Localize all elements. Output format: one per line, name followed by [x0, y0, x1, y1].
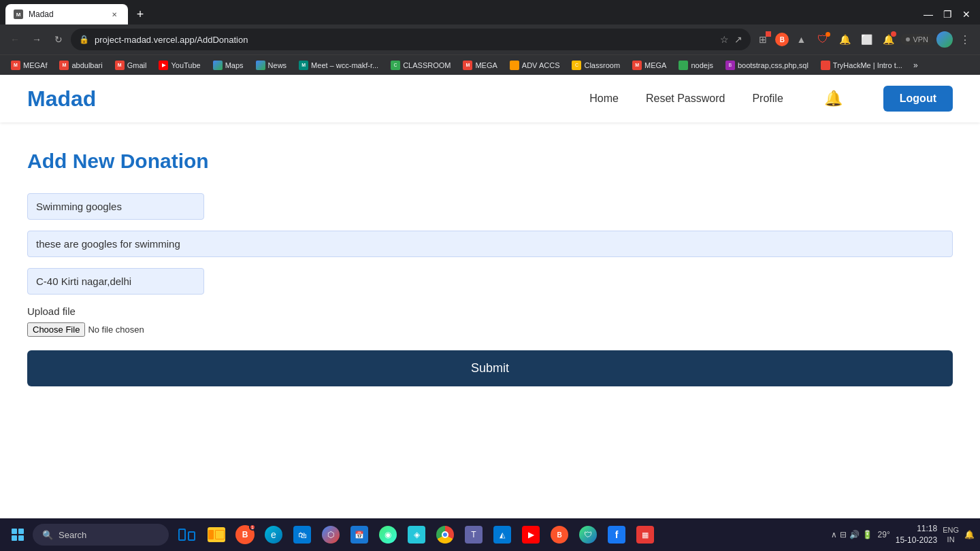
adv-favicon [510, 61, 519, 70]
profile-avatar[interactable] [936, 31, 953, 48]
minimize-button[interactable]: — [920, 6, 936, 22]
logout-button[interactable]: Logout [883, 86, 953, 112]
wallet-icon[interactable]: ▲ [791, 30, 811, 49]
brave-icon: B [775, 33, 789, 46]
megaf-favicon: M [11, 61, 20, 70]
bookmark-mega1[interactable]: M MEGA [457, 59, 502, 72]
bookmark-adv[interactable]: ADV ACCS [504, 59, 566, 72]
news-favicon [256, 61, 265, 70]
active-tab[interactable]: M Madad ✕ [5, 4, 128, 24]
address-text: project-madad.vercel.app/AddDonation [95, 35, 715, 45]
abdulbari-favicon: M [59, 61, 69, 70]
upload-label: Upload file [27, 305, 953, 317]
nav-home[interactable]: Home [589, 93, 619, 105]
tab-close-button[interactable]: ✕ [109, 9, 120, 20]
gmail-favicon: M [115, 61, 125, 70]
maps-favicon [213, 61, 223, 70]
tab-favicon: M [14, 10, 23, 19]
meet-label: Meet – wcc-makf-r... [311, 61, 378, 69]
toolbar-actions: ⊞ B ▲ 🛡 🔔 ⬜ 🔔 VPN ⋮ [753, 30, 975, 49]
sidebar-icon[interactable]: ⬜ [857, 30, 876, 49]
window-controls: — ❐ ✕ [920, 6, 975, 22]
file-input[interactable] [27, 322, 195, 337]
notifications-icon[interactable]: 🔔 [835, 30, 854, 49]
bookmarks-bar: M MEGAf M abdulbari M Gmail ▶ YouTube Ma… [0, 54, 980, 75]
menu-button[interactable]: ⋮ [956, 30, 975, 49]
bookmark-gmail[interactable]: M Gmail [110, 59, 152, 72]
youtube-label: YouTube [171, 61, 200, 69]
form-title: Add New Donation [27, 150, 953, 173]
bookmark-youtube[interactable]: ▶ YouTube [153, 59, 206, 72]
forward-button[interactable]: → [27, 30, 46, 49]
nav-reset-password[interactable]: Reset Password [646, 93, 725, 105]
notification-bell-icon[interactable]: 🔔 [824, 90, 843, 107]
close-window-button[interactable]: ✕ [958, 6, 975, 22]
news-label: News [268, 61, 287, 69]
tab-title: Madad [29, 10, 103, 19]
new-tab-button[interactable]: + [131, 5, 150, 24]
form-container: Add New Donation Upload file Submit [0, 122, 980, 414]
back-button[interactable]: ← [5, 30, 24, 49]
item-name-field [27, 193, 953, 220]
maps-label: Maps [225, 61, 244, 69]
description-field [27, 231, 953, 257]
address-input[interactable] [27, 268, 204, 295]
nodejs-label: nodejs [691, 61, 713, 69]
mega1-favicon: M [463, 61, 472, 70]
classroom2-label: Classroom [584, 61, 620, 69]
vpn-dot [906, 37, 910, 41]
bookmark-tryhackme[interactable]: TryHackMe | Intro t... [815, 59, 908, 72]
mega1-label: MEGA [475, 61, 497, 69]
bookmark-news[interactable]: News [250, 59, 293, 72]
megaf-label: MEGAf [23, 61, 47, 69]
toolbar: ← → ↻ 🔒 project-madad.vercel.app/AddDona… [0, 24, 980, 54]
tryhackme-label: TryHackMe | Intro t... [833, 61, 902, 69]
bookmark-bootstrap[interactable]: B bootstrap,css,php,sql [720, 59, 814, 72]
page-content: Madad Home Reset Password Profile 🔔 Logo… [0, 75, 980, 497]
address-bar[interactable]: 🔒 project-madad.vercel.app/AddDonation ☆… [71, 29, 751, 50]
bookmark-icon[interactable]: ☆ [720, 34, 729, 45]
classroom-favicon: C [391, 61, 400, 70]
refresh-button[interactable]: ↻ [49, 30, 68, 49]
classroom2-favicon: C [572, 61, 581, 70]
brand-logo[interactable]: Madad [27, 86, 96, 112]
notification-badge-toolbar[interactable]: 🔔 [879, 30, 898, 49]
vpn-badge[interactable]: VPN [900, 34, 934, 45]
description-input[interactable] [27, 231, 953, 257]
adv-label: ADV ACCS [522, 61, 560, 69]
youtube-favicon: ▶ [159, 61, 168, 70]
upload-field: Upload file [27, 305, 953, 337]
nav-links: Home Reset Password Profile 🔔 Logout [589, 86, 953, 112]
lock-icon: 🔒 [79, 35, 89, 44]
item-name-input[interactable] [27, 193, 204, 220]
bootstrap-label: bootstrap,css,php,sql [738, 61, 808, 69]
bookmark-mega2[interactable]: M MEGA [627, 59, 672, 72]
gmail-label: Gmail [127, 61, 147, 69]
navbar: Madad Home Reset Password Profile 🔔 Logo… [0, 75, 980, 122]
bookmark-classroom[interactable]: C CLASSROOM [385, 59, 456, 72]
maximize-button[interactable]: ❐ [939, 6, 956, 22]
shield-icon[interactable]: 🛡 [813, 30, 832, 49]
bookmark-classroom2[interactable]: C Classroom [566, 59, 625, 72]
nav-profile[interactable]: Profile [752, 93, 783, 105]
submit-button[interactable]: Submit [27, 350, 953, 386]
bookmark-abdulbari[interactable]: M abdulbari [54, 59, 108, 72]
classroom-label: CLASSROOM [403, 61, 451, 69]
share-icon[interactable]: ↗ [734, 34, 742, 45]
vpn-label: VPN [913, 35, 928, 44]
tab-bar: M Madad ✕ + — ❐ ✕ [0, 0, 980, 24]
bookmark-megaf[interactable]: M MEGAf [5, 59, 52, 72]
bootstrap-favicon: B [725, 61, 735, 70]
file-input-wrapper [27, 322, 953, 337]
bookmark-maps[interactable]: Maps [208, 59, 249, 72]
meet-favicon: M [299, 61, 308, 70]
mega2-label: MEGA [644, 61, 666, 69]
bookmark-meet[interactable]: M Meet – wcc-makf-r... [293, 59, 384, 72]
address-field [27, 268, 953, 295]
bookmark-nodejs[interactable]: nodejs [673, 59, 718, 72]
bookmarks-more-button[interactable]: » [911, 59, 921, 72]
mega2-favicon: M [632, 61, 642, 70]
abdulbari-label: abdulbari [71, 61, 102, 69]
extensions-button[interactable]: ⊞ [753, 30, 772, 49]
nodejs-favicon [679, 61, 688, 70]
